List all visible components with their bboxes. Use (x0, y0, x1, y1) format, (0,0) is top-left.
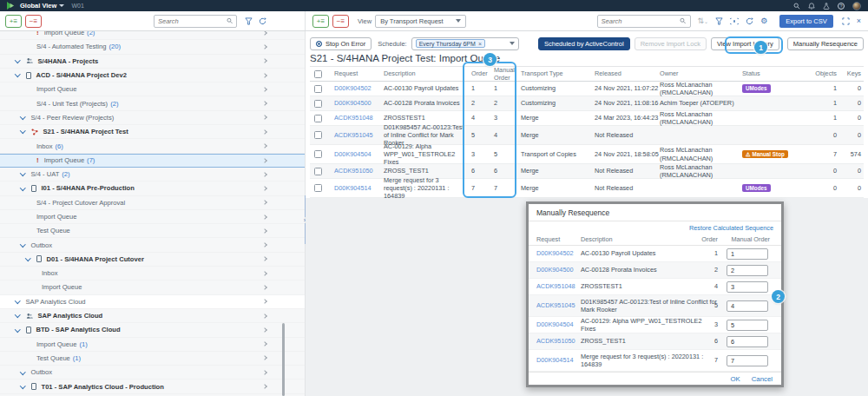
tree-item[interactable]: ! Outbox (0, 238, 305, 252)
view-import-history-button[interactable]: View Import History (711, 37, 779, 50)
tree-item[interactable]: ! Test Queue (0, 224, 305, 238)
chevron-down-icon[interactable] (15, 327, 20, 332)
chevron-down-icon[interactable] (20, 369, 25, 374)
manual-order-input[interactable] (727, 320, 768, 331)
tree-item[interactable]: ! S/4 - Unit Test (Projects) (2) (0, 96, 305, 110)
chevron-right-icon[interactable] (262, 228, 267, 234)
request-link[interactable]: D00K904514 (334, 184, 372, 192)
manual-order-input[interactable] (727, 336, 768, 347)
chevron-down-icon[interactable] (15, 312, 20, 317)
row-checkbox[interactable] (314, 115, 322, 122)
tree-item[interactable]: ! SAP Analytics Cloud (0, 295, 305, 309)
col-header-request[interactable]: Request (334, 67, 381, 81)
chevron-right-icon[interactable] (262, 327, 267, 333)
row-checkbox[interactable] (314, 150, 322, 158)
tree-item[interactable]: ! D01 - S/4HANA Project Cutover (0, 253, 305, 267)
column-settings-icon[interactable] (730, 17, 739, 25)
chevron-down-icon[interactable] (20, 129, 25, 134)
ok-button[interactable]: OK (730, 375, 740, 383)
help-icon[interactable]: ? (838, 3, 845, 10)
chevron-down-icon[interactable] (15, 71, 20, 76)
chevron-right-icon[interactable] (262, 214, 267, 220)
collapse-rows-button[interactable]: −≡ (332, 15, 349, 28)
user-avatar[interactable] (852, 2, 861, 10)
table-search-input[interactable] (602, 17, 681, 25)
request-link[interactable]: ACDK951048 (334, 114, 373, 122)
table-row[interactable]: D00K904514 Merge request for 3 request(s… (310, 179, 864, 198)
request-link[interactable]: ACDK951045 (536, 301, 575, 309)
table-row[interactable]: D00K904504 AC-00129: Alpha WPP_W01_TESTR… (310, 145, 864, 164)
chevron-down-icon[interactable] (20, 383, 25, 388)
request-link[interactable]: D00K904502 (334, 84, 372, 92)
row-checkbox[interactable] (314, 168, 322, 175)
chevron-right-icon[interactable] (262, 200, 267, 205)
tree-item[interactable]: ! Inbox (6) (0, 139, 305, 153)
chevron-right-icon[interactable] (262, 341, 267, 346)
tree-item[interactable]: ! Import Queue (7) (0, 154, 305, 168)
manual-order-input[interactable] (727, 265, 768, 276)
request-link[interactable]: ACDK951045 (334, 131, 373, 139)
cancel-button[interactable]: Cancel (752, 375, 773, 383)
request-link[interactable]: ACDK951050 (334, 167, 373, 175)
tree-item[interactable]: ! S/4HANA - Projects (0, 55, 305, 69)
chevron-right-icon[interactable] (262, 87, 267, 92)
chevron-right-icon[interactable] (262, 58, 267, 63)
table-row[interactable]: D00K904500 AC-00128 Prorata Invoices 2 2… (310, 96, 864, 111)
tree-item[interactable]: ! ACD - S/4HANA Project Dev2 (0, 69, 305, 82)
col-header-description[interactable]: Description (384, 67, 469, 81)
tree-item[interactable]: ! SAP Analytics Cloud (0, 309, 305, 323)
col-header-keys[interactable]: Keys (840, 67, 861, 81)
col-header-owner[interactable]: Owner (660, 67, 740, 81)
chevron-right-icon[interactable] (262, 101, 267, 106)
tree-scrollbar[interactable] (282, 323, 285, 396)
tree-item[interactable]: ! S/4 - Project Cutover Approval (0, 196, 305, 210)
tree-item[interactable]: ! Import Queue (1) (0, 338, 305, 352)
request-link[interactable]: ACDK951050 (536, 337, 575, 345)
request-link[interactable]: ACDK951048 (536, 282, 575, 290)
col-header-manual-order[interactable]: Manual Order (494, 67, 515, 81)
scheduled-by-activecontrol-button[interactable]: Scheduled by ActiveControl (538, 37, 630, 50)
chevron-down-icon[interactable] (20, 185, 25, 190)
manually-resequence-button[interactable]: Manually Resequence (787, 37, 864, 50)
notifications-bell-icon[interactable] (808, 3, 815, 10)
chevron-right-icon[interactable] (262, 172, 267, 177)
chevron-right-icon[interactable] (262, 44, 267, 50)
tree-item[interactable]: ! Import Queue (0, 280, 305, 294)
tree-item[interactable]: ! Inbox (0, 267, 305, 280)
collapse-tree-button[interactable]: −≡ (25, 15, 42, 28)
tree-item[interactable]: ! Outbox (0, 366, 305, 380)
request-link[interactable]: D00K904500 (536, 266, 574, 274)
restore-calculated-sequence-link[interactable]: Restore Calculated Sequence (689, 224, 773, 232)
schedule-combobox[interactable]: Every Thursday 6PM × (411, 37, 519, 50)
chevron-right-icon[interactable] (262, 129, 267, 135)
global-view-menu[interactable]: Global View (20, 2, 64, 10)
filter-icon[interactable] (245, 17, 253, 25)
tree-item[interactable]: ! Test Queue (1) (0, 352, 305, 366)
tree-item[interactable]: ! S21 - S/4HANA Project Test (0, 125, 305, 139)
export-csv-button[interactable]: Export to CSV (779, 15, 833, 28)
chevron-down-icon[interactable] (15, 298, 20, 303)
tree-search-input[interactable] (158, 17, 227, 25)
chevron-down-icon[interactable] (20, 114, 25, 119)
request-link[interactable]: D00K904504 (334, 150, 372, 158)
manual-order-input[interactable] (727, 281, 768, 293)
chevron-down-icon[interactable] (25, 255, 30, 261)
select-all-checkbox[interactable] (314, 70, 322, 78)
chevron-down-icon[interactable] (15, 57, 20, 63)
request-link[interactable]: D00K904514 (536, 356, 574, 364)
chevron-right-icon[interactable] (262, 356, 267, 361)
chevron-down-icon[interactable] (20, 241, 25, 247)
tree-item[interactable]: ! I01 - S/4HANA Pre-Production (0, 182, 305, 195)
manual-order-input[interactable] (727, 300, 768, 312)
chevron-down-icon[interactable] (510, 42, 515, 45)
chevron-right-icon[interactable] (262, 285, 267, 290)
fullscreen-icon[interactable] (842, 17, 850, 25)
tree-item[interactable]: ! Import Queue (0, 82, 305, 96)
refresh-icon[interactable] (746, 17, 753, 25)
view-select[interactable]: By Transport Request (375, 15, 466, 28)
col-header-status[interactable]: Status (742, 67, 810, 81)
refresh-icon[interactable] (259, 17, 266, 25)
request-link[interactable]: D00K904504 (536, 320, 574, 328)
row-checkbox[interactable] (314, 85, 322, 93)
expand-tree-button[interactable]: +≡ (5, 15, 22, 28)
